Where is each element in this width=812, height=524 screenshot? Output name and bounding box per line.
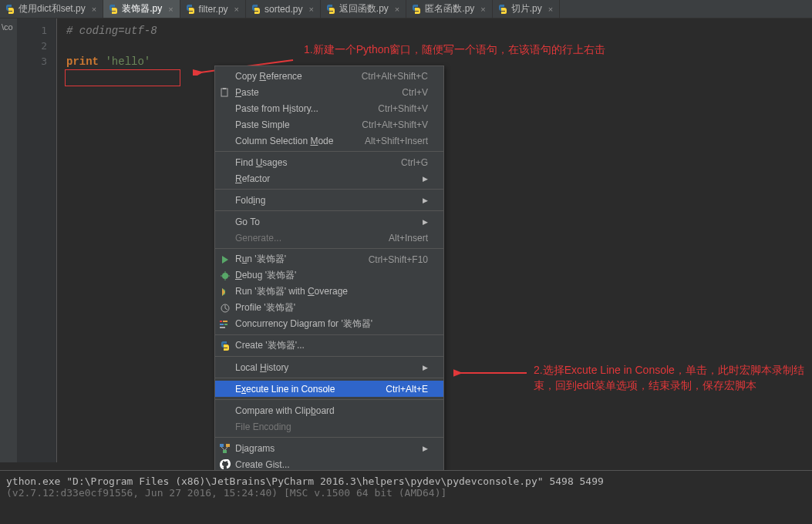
code-comment: # coding=utf-8 <box>66 25 157 37</box>
tab-label: 返回函数.py <box>339 2 389 15</box>
menu-label: Create '装饰器'... <box>235 339 305 352</box>
menu-concurrency[interactable]: Concurrency Diagram for '装饰器' <box>215 316 443 332</box>
menu-copy-reference[interactable]: Copy Reference Ctrl+Alt+Shift+C <box>215 68 443 84</box>
python-icon <box>251 4 261 15</box>
menu-label: Go To <box>235 217 260 227</box>
annotation-text-1: 1.新建一个Python窗口，随便写一个语句，在该语句的行上右击 <box>304 43 605 57</box>
menu-goto[interactable]: Go To ▶ <box>215 213 443 230</box>
menu-shortcut: Ctrl+V <box>402 87 428 98</box>
close-icon[interactable]: × <box>395 5 399 14</box>
python-icon <box>411 4 422 15</box>
menu-shortcut: Ctrl+Alt+Shift+C <box>362 71 428 82</box>
code-keyword: print <box>66 55 99 68</box>
svg-rect-3 <box>223 88 226 89</box>
menu-label: File Encoding <box>235 422 291 432</box>
menu-label: Paste <box>235 87 259 98</box>
menu-execute-line-console[interactable]: Execute Line in Console Ctrl+Alt+E <box>215 381 443 397</box>
menu-debug[interactable]: Debug '装饰器' <box>215 267 443 284</box>
tab-item[interactable]: filter.py × <box>180 0 246 18</box>
tab-item[interactable]: 使用dict和set.py × <box>0 0 103 18</box>
menu-file-encoding: File Encoding <box>215 418 443 435</box>
chevron-right-icon: ▶ <box>423 364 428 371</box>
annotation-text-2: 2.选择Excute Line in Console，单击，此时宏脚本录制结束，… <box>534 362 811 393</box>
menu-label: Create Gist... <box>235 459 290 470</box>
python-icon <box>497 4 508 15</box>
close-icon[interactable]: × <box>92 5 96 14</box>
menu-label: Folding <box>235 195 265 206</box>
menu-create-run-config[interactable]: Create '装饰器'... <box>215 338 443 354</box>
profile-icon <box>219 302 231 314</box>
menu-label: Refactor <box>235 173 270 184</box>
menu-run-coverage[interactable]: Run '装饰器' with Coverage <box>215 284 443 300</box>
tab-item[interactable]: 匿名函数.py × <box>406 0 492 18</box>
chevron-right-icon: ▶ <box>423 175 428 183</box>
project-sidebar[interactable]: \co <box>0 18 17 462</box>
line-number: 3 <box>17 54 47 69</box>
editor-tabs: 使用dict和set.py × 装饰器.py × filter.py × sor… <box>0 0 812 18</box>
python-icon <box>185 4 196 15</box>
menu-refactor[interactable]: Refactor ▶ <box>215 170 443 186</box>
svg-rect-10 <box>220 321 222 322</box>
close-icon[interactable]: × <box>168 5 173 14</box>
tab-item[interactable]: 切片.py × <box>493 0 560 18</box>
tab-item[interactable]: 返回函数.py × <box>321 0 406 18</box>
close-icon[interactable]: × <box>548 5 553 14</box>
coverage-icon <box>219 286 231 298</box>
svg-rect-17 <box>223 450 227 453</box>
tab-label: 使用dict和set.py <box>19 2 86 15</box>
menu-label: Paste from History... <box>235 103 318 114</box>
menu-profile[interactable]: Profile '装饰器' <box>215 300 443 316</box>
menu-paste[interactable]: Paste Ctrl+V <box>215 84 443 100</box>
svg-rect-14 <box>220 327 225 328</box>
console-line: (v2.7.12:d33e0cf91556, Jun 27 2016, 15:2… <box>6 487 806 499</box>
annotation-highlight-box <box>65 69 180 86</box>
menu-separator <box>215 151 443 152</box>
close-icon[interactable]: × <box>234 5 239 14</box>
menu-separator <box>215 378 443 378</box>
menu-separator <box>215 356 443 357</box>
debug-icon <box>219 270 231 282</box>
menu-label: Profile '装饰器' <box>235 301 295 314</box>
menu-folding[interactable]: Folding ▶ <box>215 192 443 208</box>
menu-find-usages[interactable]: Find Usages Ctrl+G <box>215 154 443 170</box>
chevron-right-icon: ▶ <box>423 196 428 204</box>
editor-context-menu: Copy Reference Ctrl+Alt+Shift+C Paste Ct… <box>214 66 444 475</box>
svg-line-18 <box>221 447 224 450</box>
menu-label: Debug '装饰器' <box>235 269 296 282</box>
menu-shortcut: Ctrl+Shift+V <box>378 103 428 114</box>
menu-label: Generate... <box>235 233 281 244</box>
menu-compare-clipboard[interactable]: Compare with Clipboard <box>215 402 443 418</box>
tab-item[interactable]: 装饰器.py × <box>103 0 180 18</box>
menu-separator <box>215 399 443 400</box>
svg-line-19 <box>225 447 227 450</box>
menu-paste-simple[interactable]: Paste Simple Ctrl+Alt+Shift+V <box>215 116 443 133</box>
svg-rect-2 <box>221 89 227 96</box>
menu-separator <box>215 437 443 438</box>
close-icon[interactable]: × <box>308 5 313 14</box>
menu-shortcut: Ctrl+G <box>401 157 428 168</box>
close-icon[interactable]: × <box>480 5 485 14</box>
svg-line-9 <box>225 308 227 310</box>
menu-label: Run '装饰器' <box>235 253 286 266</box>
menu-local-history[interactable]: Local History ▶ <box>215 359 443 375</box>
menu-separator <box>215 334 443 335</box>
tab-label: 装饰器.py <box>122 2 162 15</box>
python-icon <box>108 4 119 15</box>
chevron-right-icon: ▶ <box>423 218 428 226</box>
console-line: ython.exe "D:\Program Files (x86)\JetBra… <box>6 475 806 487</box>
sidebar-item[interactable]: \co <box>0 18 17 35</box>
python-icon <box>5 4 15 15</box>
svg-rect-11 <box>223 321 227 322</box>
svg-rect-15 <box>220 444 224 447</box>
tab-item[interactable]: sorted.py × <box>246 0 321 18</box>
menu-diagrams[interactable]: Diagrams ▶ <box>215 440 443 456</box>
menu-column-selection[interactable]: Column Selection Mode Alt+Shift+Insert <box>215 133 443 149</box>
menu-label: Paste Simple <box>235 119 290 130</box>
tab-label: 匿名函数.py <box>425 2 474 15</box>
python-console[interactable]: ython.exe "D:\Program Files (x86)\JetBra… <box>0 470 812 524</box>
menu-run[interactable]: Run '装饰器' Ctrl+Shift+F10 <box>215 251 443 267</box>
svg-rect-12 <box>220 324 224 325</box>
menu-paste-history[interactable]: Paste from History... Ctrl+Shift+V <box>215 100 443 116</box>
chevron-right-icon: ▶ <box>423 445 428 452</box>
menu-separator <box>215 210 443 211</box>
